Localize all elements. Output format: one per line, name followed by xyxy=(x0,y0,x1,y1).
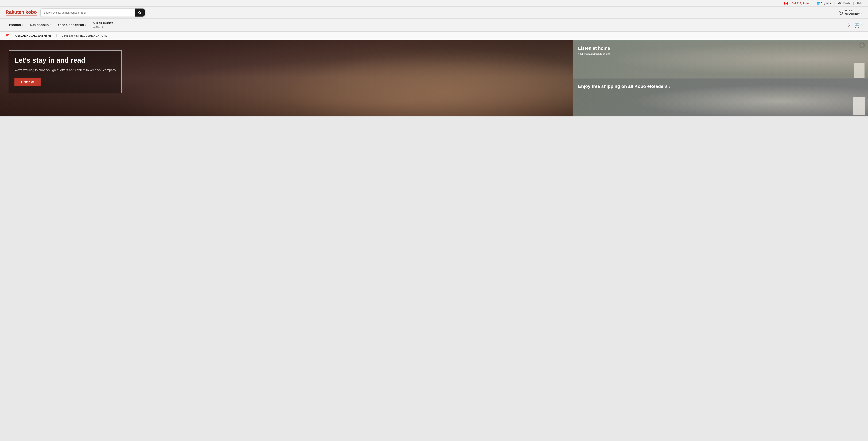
hero-subtitle: We're working to bring you great offers … xyxy=(14,68,116,72)
nav-apps-label: APPS & eREADERS xyxy=(58,24,84,27)
top-utility-bar: 🇨🇦 Get $15, John! | 🌐 English ▾ | Gift C… xyxy=(0,0,868,7)
nav-audiobooks-label: AUDIOBOOKS xyxy=(30,24,49,27)
nav-ebooks-label: eBOOKS xyxy=(9,24,21,27)
nav-right-icons: ♡ 🛒 ▾ xyxy=(846,22,862,28)
canada-flag-icon: 🇨🇦 xyxy=(783,2,788,5)
panel1-link[interactable]: Your first audiobook is on us › xyxy=(578,52,610,55)
site-logo[interactable]: Rakuten kobo xyxy=(6,10,37,15)
cart-icon: 🛒 xyxy=(855,22,861,28)
hero-content: Let's stay in and read We're working to … xyxy=(9,50,538,93)
deals-flag-icon: 🚩 xyxy=(6,34,9,38)
my-account-label: My Account xyxy=(845,12,860,16)
panel2-content: Enjoy free shipping on all Kobo eReaders… xyxy=(578,84,863,91)
greeting-text: Hi, John xyxy=(845,9,862,12)
cart-chevron-icon: ▾ xyxy=(861,24,862,26)
panel1-subtitle: Your first audiobook is on us › xyxy=(578,52,863,55)
nav-apps-ereaders[interactable]: APPS & eREADERS ▾ xyxy=(54,20,89,30)
separator-3: | xyxy=(853,1,854,5)
language-chevron-icon: ▾ xyxy=(830,2,831,4)
nav-ebooks[interactable]: eBOOKS ▾ xyxy=(6,20,27,30)
panel1-content: Listen at home Your first audiobook is o… xyxy=(578,45,863,55)
super-points-balance: Balance: 0 xyxy=(93,26,103,28)
hero-right-panels: 🎧 Listen at home Your first audiobook is… xyxy=(573,40,868,117)
deals-text[interactable]: Get DAILY DEALS and more! xyxy=(15,34,51,37)
main-nav: eBOOKS ▾ AUDIOBOOKS ▾ APPS & eREADERS ▾ … xyxy=(0,19,868,32)
site-header: Rakuten kobo ⊙ Hi, John My Account ▾ xyxy=(0,7,868,19)
hero-panel-shipping[interactable]: Enjoy free shipping on all Kobo eReaders… xyxy=(573,78,868,117)
hero-title: Let's stay in and read xyxy=(14,56,116,64)
panel1-title: Listen at home xyxy=(578,45,863,51)
deals-bar: 🚩 Get DAILY DEALS and more! | John, see … xyxy=(0,32,868,40)
ereader-device2-icon xyxy=(853,97,865,115)
super-points-chevron-icon: ▾ xyxy=(115,22,116,24)
account-icon: ⊙ xyxy=(838,9,843,16)
separator-2: | xyxy=(834,1,835,5)
nav-super-points[interactable]: SUPER POINTS ▾ Balance: 0 xyxy=(90,19,119,31)
account-text: Hi, John My Account ▾ xyxy=(845,9,862,16)
recommendations-prefix: John, see your xyxy=(62,34,80,37)
search-button[interactable] xyxy=(134,8,145,17)
deals-separator: | xyxy=(56,34,57,38)
search-input[interactable] xyxy=(40,8,134,17)
panel2-title: Enjoy free shipping on all Kobo eReaders… xyxy=(578,84,863,89)
super-points-label: SUPER POINTS xyxy=(93,22,114,25)
hero-box: Let's stay in and read We're working to … xyxy=(9,50,122,93)
language-selector[interactable]: 🌐 English ▾ xyxy=(817,2,831,5)
account-chevron-icon: ▾ xyxy=(861,13,862,15)
logo-underline xyxy=(6,15,37,15)
recommendations-word: RECOMMENDATIONS xyxy=(80,34,107,37)
apps-chevron-icon: ▾ xyxy=(85,24,86,26)
recommendations-text[interactable]: John, see your RECOMMENDATIONS xyxy=(62,34,107,37)
ebooks-chevron-icon: ▾ xyxy=(22,24,23,26)
globe-icon: 🌐 xyxy=(817,2,820,5)
help-link[interactable]: Help xyxy=(857,2,862,5)
hero-section: Let's stay in and read We're working to … xyxy=(0,40,868,117)
search-icon xyxy=(138,11,142,14)
cart-button[interactable]: 🛒 ▾ xyxy=(855,22,862,28)
hero-panel-audiobook[interactable]: 🎧 Listen at home Your first audiobook is… xyxy=(573,40,868,78)
language-label: English xyxy=(821,2,829,5)
audiobooks-chevron-icon: ▾ xyxy=(50,24,51,26)
shop-now-button[interactable]: Shop Now xyxy=(14,78,40,86)
ereader-device-icon xyxy=(854,63,865,78)
search-bar xyxy=(40,8,145,17)
logo-text: Rakuten kobo xyxy=(6,10,37,14)
account-button[interactable]: ⊙ Hi, John My Account ▾ xyxy=(838,9,862,16)
wishlist-button[interactable]: ♡ xyxy=(846,22,851,28)
hero-main-banner: Let's stay in and read We're working to … xyxy=(0,40,573,117)
promo-link[interactable]: Get $15, John! xyxy=(792,2,809,5)
gift-cards-link[interactable]: Gift Cards xyxy=(838,2,850,5)
nav-audiobooks[interactable]: AUDIOBOOKS ▾ xyxy=(27,20,54,30)
separator-1: | xyxy=(813,1,813,5)
header-right: ⊙ Hi, John My Account ▾ xyxy=(838,9,862,16)
